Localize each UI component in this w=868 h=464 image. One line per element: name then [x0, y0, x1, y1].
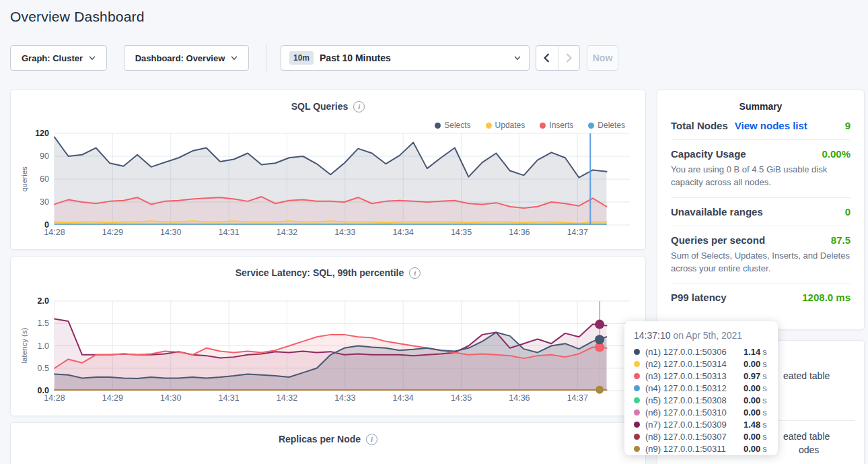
svg-text:14:37: 14:37: [567, 228, 588, 237]
time-range-dropdown[interactable]: 10m Past 10 Minutes: [281, 45, 530, 71]
svg-text:14:36: 14:36: [509, 393, 530, 403]
tooltip-time: 14:37:10: [634, 330, 671, 341]
node-dot-icon: [634, 361, 640, 367]
node-dot-icon: [634, 373, 640, 379]
info-icon[interactable]: i: [366, 434, 377, 445]
replicas-chart-card: Replicas per Nodei: [10, 422, 646, 464]
tooltip-node-label: (n3) 127.0.0.1:50313: [645, 371, 744, 381]
tooltip-node-value: 0.00: [744, 432, 760, 442]
svg-text:0.0: 0.0: [38, 386, 49, 395]
summary-label: Total Nodes: [671, 120, 728, 131]
tooltip-node-unit: s: [762, 395, 767, 405]
tooltip-row: (n1) 127.0.0.1:503061.14s: [634, 345, 768, 358]
svg-text:14:34: 14:34: [393, 393, 414, 403]
svg-text:14:30: 14:30: [160, 228, 181, 237]
chevron-down-icon: [231, 56, 238, 61]
svg-text:14:33: 14:33: [334, 393, 355, 403]
svg-text:14:37: 14:37: [567, 393, 588, 403]
tooltip-row: (n8) 127.0.0.1:503070.00s: [634, 430, 768, 442]
latency-tooltip-rows: (n1) 127.0.0.1:503061.14s(n2) 127.0.0.1:…: [634, 345, 768, 455]
summary-value: 0: [845, 206, 851, 218]
svg-text:14:32: 14:32: [277, 228, 297, 237]
summary-description: You are using 0 B of 4.5 GiB usable disk…: [671, 164, 851, 189]
sql-queries-chart-card: SQL Queriesi SelectsUpdatesInsertsDelete…: [10, 90, 646, 250]
tooltip-node-unit: s: [762, 444, 767, 454]
svg-text:0: 0: [44, 220, 49, 230]
service-latency-chart[interactable]: 14:2814:2914:3014:3114:3214:3314:3414:35…: [11, 257, 647, 417]
next-time-button[interactable]: [558, 46, 580, 70]
summary-panel: Summary Total Nodes View nodes list 9 Ca…: [657, 90, 865, 330]
service-latency-chart-card: Service Latency: SQL, 99th percentilei 1…: [10, 256, 646, 416]
summary-item-unavailable-ranges: Unavailable ranges 0: [671, 198, 851, 226]
tooltip-node-value: 0.00: [744, 383, 760, 393]
dashboard-dropdown-label: Dashboard: Overview: [135, 53, 225, 63]
svg-text:queries: queries: [20, 166, 28, 192]
svg-text:2.0: 2.0: [38, 296, 49, 306]
tooltip-node-value: 0.00: [744, 444, 760, 454]
dashboard-dropdown[interactable]: Dashboard: Overview: [124, 45, 249, 71]
tooltip-node-unit: s: [762, 432, 767, 442]
tooltip-node-unit: s: [762, 347, 767, 357]
summary-value: 87.5: [831, 234, 851, 246]
graph-dropdown[interactable]: Graph: Cluster: [10, 45, 107, 71]
chevron-down-icon: [89, 56, 96, 61]
svg-text:14:36: 14:36: [509, 228, 530, 237]
summary-label: Unavailable ranges: [671, 206, 763, 218]
toolbar-divider: [266, 44, 266, 71]
summary-item-capacity-usage: Capacity Usage 0.00% You are using 0 B o…: [671, 140, 851, 198]
prev-time-button[interactable]: [536, 46, 558, 70]
tooltip-node-value: 0.00: [744, 395, 760, 405]
svg-text:14:31: 14:31: [218, 393, 239, 403]
view-nodes-link[interactable]: View nodes list: [735, 120, 807, 131]
svg-text:90: 90: [40, 152, 49, 161]
time-step-buttons: [536, 45, 580, 71]
tooltip-row: (n9) 127.0.0.1:503110.00s: [634, 442, 768, 455]
tooltip-node-value: 1.14: [744, 347, 760, 357]
time-range-label: Past 10 Minutes: [320, 53, 391, 63]
chevron-down-icon: [514, 56, 521, 61]
svg-text:14:31: 14:31: [218, 228, 239, 237]
summary-label: Capacity Usage: [671, 148, 746, 160]
svg-text:14:35: 14:35: [451, 393, 472, 403]
tooltip-node-label: (n4) 127.0.0.1:50312: [645, 383, 744, 393]
event-text-fragment: odes: [799, 444, 819, 455]
sql-queries-chart[interactable]: 14:2814:2914:3014:3114:3214:3314:3414:35…: [11, 90, 647, 251]
tooltip-date: on Apr 5th, 2021: [673, 330, 742, 341]
tooltip-node-label: (n8) 127.0.0.1:50307: [645, 432, 744, 442]
svg-text:14:29: 14:29: [102, 393, 123, 403]
node-dot-icon: [634, 409, 640, 416]
now-button[interactable]: Now: [587, 45, 618, 71]
chart-title: Replicas per Node: [279, 434, 361, 444]
svg-text:14:33: 14:33: [334, 228, 355, 237]
chart-title-row: Replicas per Nodei: [11, 423, 645, 445]
svg-text:1.0: 1.0: [38, 341, 49, 351]
page-title: Overview Dashboard: [10, 9, 145, 25]
svg-text:14:29: 14:29: [102, 228, 123, 237]
now-button-label: Now: [593, 53, 613, 63]
tooltip-row: (n3) 127.0.0.1:503130.97s: [634, 370, 768, 382]
tooltip-node-label: (n5) 127.0.0.1:50308: [645, 395, 744, 405]
tooltip-row: (n7) 127.0.0.1:503091.48s: [634, 418, 768, 430]
svg-text:1.5: 1.5: [38, 319, 49, 328]
tooltip-node-label: (n7) 127.0.0.1:50309: [645, 420, 744, 430]
chevron-left-icon: [544, 53, 550, 63]
tooltip-row: (n6) 127.0.0.1:503100.00s: [634, 406, 768, 418]
svg-text:120: 120: [35, 129, 49, 138]
tooltip-node-unit: s: [762, 359, 767, 369]
tooltip-node-value: 1.48: [744, 420, 760, 430]
tooltip-node-value: 0.97: [744, 371, 760, 381]
node-dot-icon: [634, 397, 640, 403]
svg-text:latency (s): latency (s): [20, 327, 28, 363]
tooltip-node-unit: s: [762, 420, 767, 430]
svg-text:14:32: 14:32: [277, 393, 297, 403]
summary-label: P99 latency: [671, 292, 727, 303]
summary-item-total-nodes: Total Nodes View nodes list 9: [671, 112, 851, 140]
tooltip-node-label: (n1) 127.0.0.1:50306: [645, 347, 744, 357]
summary-value: 0.00%: [822, 148, 851, 160]
tooltip-node-label: (n6) 127.0.0.1:50310: [645, 407, 744, 418]
summary-item-p99-latency: P99 latency 1208.0 ms: [671, 284, 851, 311]
node-dot-icon: [634, 446, 640, 452]
summary-value: 9: [845, 120, 851, 131]
latency-tooltip: 14:37:10 on Apr 5th, 2021 (n1) 127.0.0.1…: [624, 321, 778, 455]
node-dot-icon: [634, 434, 640, 440]
